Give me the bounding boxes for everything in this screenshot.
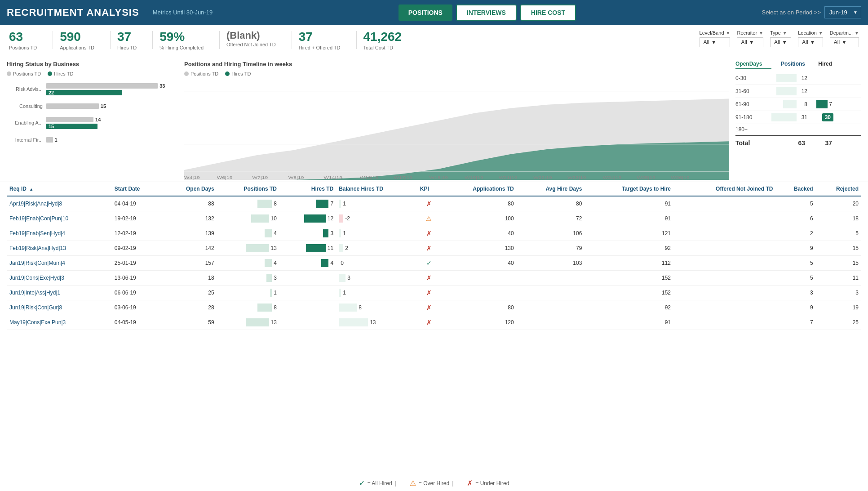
col-header-start-date[interactable]: Start Date (112, 182, 162, 196)
hires-bar (316, 200, 328, 208)
cell-balance: 1 (336, 285, 417, 300)
cell-hires-td: 3 (279, 226, 336, 241)
interviews-button[interactable]: INTERVIEWS (456, 4, 517, 21)
metrics-until: Metrics Until 30-Jun-19 (153, 9, 213, 16)
timeline-legend-positions-label: Positions TD (190, 71, 218, 76)
cell-positions-td: 4 (217, 226, 279, 241)
cell-req-id: Apr19|Risk|Ana|Hyd|8 (7, 196, 112, 211)
summary-row-31-60: 31-60 12 (735, 85, 861, 98)
col-header-apps-td[interactable]: Applications TD (441, 182, 517, 196)
filter-location: Location ▼ All ▼ (798, 30, 823, 47)
filter-dept-chevron: ▼ (855, 31, 859, 36)
xlabel-0: W4|19 (184, 175, 200, 179)
hire-cost-button[interactable]: HIRE COST (520, 4, 576, 21)
kpi-positions: 63 Positions TD (9, 30, 46, 50)
bar-cols-risk: 33 22 (46, 83, 177, 95)
balance-bar (339, 244, 343, 252)
cell-target-days: 112 (585, 255, 673, 270)
cell-open-days: 28 (162, 300, 217, 315)
cell-hires-td: 7 (279, 196, 336, 211)
cell-apps-td (441, 270, 517, 285)
col-header-backed[interactable]: Backed (775, 182, 815, 196)
cell-target-days: 91 (585, 196, 673, 211)
col-header-target-days[interactable]: Target Days to Hire (585, 182, 673, 196)
cell-target-days: 91 (585, 211, 673, 226)
cell-rejected: 15 (816, 255, 861, 270)
kpi-positions-value: 63 (9, 30, 37, 44)
timeline-legend-positions: Positions TD (184, 71, 218, 76)
col-header-rejected[interactable]: Rejected (816, 182, 861, 196)
filter-location-value[interactable]: All ▼ (798, 37, 823, 47)
legend-under-hired-label: = Under Hired (475, 480, 509, 487)
table-row: Jun19|Cons|Exe|Hyd|3 13-06-19 18 3 3 ✗ 1… (7, 270, 861, 285)
col-header-avg-hire[interactable]: Avg Hire Days (517, 182, 585, 196)
cell-offered-nj (673, 285, 775, 300)
cell-positions-td: 3 (217, 270, 279, 285)
summary-bar-31-60 (776, 87, 797, 95)
col-header-hires-td[interactable]: Hires TD (279, 182, 336, 196)
cell-target-days: 92 (585, 300, 673, 315)
legend-all-hired: ✓ = All Hired | (359, 479, 396, 487)
table-header-row: Req ID ▲ Start Date Open Days Positions … (7, 182, 861, 196)
app-title: RECRUITMENT ANALYSIS (7, 7, 139, 18)
hires-val: 3 (330, 230, 333, 237)
timeline-legend-hires: Hires TD (225, 71, 251, 76)
summary-row-0-30: 0-30 12 (735, 72, 861, 85)
footer-legend: ✓ = All Hired | ⚠ = Over Hired | ✗ = Und… (0, 475, 868, 491)
legend-hires-label: Hires TD (54, 71, 73, 76)
cell-target-days: 92 (585, 241, 673, 255)
cell-target-days: 121 (585, 226, 673, 241)
timeline-title: Positions and Hiring Timeline in weeks (184, 61, 729, 67)
bar-green-fill-risk: 22 (46, 90, 122, 95)
col-header-positions-td[interactable]: Positions TD (217, 182, 279, 196)
cell-rejected: 15 (816, 241, 861, 255)
select-period-label: Select as on Period >> (762, 9, 821, 16)
cell-kpi: ⚠ (417, 211, 441, 226)
table-row: May19|Cons|Exe|Pun|3 04-05-19 59 13 13 ✗… (7, 315, 861, 330)
kpi-hires: 37 Hires TD (117, 30, 146, 50)
hires-bar (306, 244, 326, 252)
col-header-balance[interactable]: Balance Hires TD (336, 182, 417, 196)
summary-hired-bar-61-90 (816, 100, 828, 108)
cell-rejected: 18 (816, 211, 861, 226)
summary-label-61-90: 61-90 (735, 101, 771, 107)
filter-dept-value[interactable]: All ▼ (830, 37, 859, 47)
positions-bar (251, 214, 269, 223)
data-section: Req ID ▲ Start Date Open Days Positions … (0, 182, 868, 475)
warn-icon: ⚠ (410, 479, 416, 487)
kpi-total-cost-value: 41,262 (363, 30, 402, 44)
col-header-kpi[interactable]: KPI (417, 182, 441, 196)
bar-gray-enabling: 14 (46, 117, 177, 122)
kpi-hiring-pct-value: 59% (159, 30, 204, 44)
summary-bar-61-90 (783, 100, 797, 108)
hiring-status-title: Hiring Status by Business (7, 61, 177, 67)
col-header-offered-nj[interactable]: Offered Not Joined TD (673, 182, 775, 196)
cell-balance: -2 (336, 211, 417, 226)
balance-val: 2 (345, 245, 348, 251)
col-header-open-days[interactable]: Open Days (162, 182, 217, 196)
table-scroll[interactable]: Req ID ▲ Start Date Open Days Positions … (7, 182, 861, 330)
cell-apps-td: 130 (441, 241, 517, 255)
positions-bar (246, 318, 269, 326)
bar-gray-fill-enabling (46, 117, 93, 122)
positions-val: 13 (271, 319, 277, 326)
filter-level-value[interactable]: All ▼ (700, 37, 731, 47)
filter-recruiter-value[interactable]: All ▼ (737, 37, 763, 47)
kpi-cross-icon: ✗ (426, 245, 432, 252)
cell-offered-nj (673, 300, 775, 315)
filter-type: Type ▼ All ▼ (770, 30, 791, 47)
period-select[interactable]: Jun-19 (824, 6, 861, 18)
col-header-req-id[interactable]: Req ID ▲ (7, 182, 112, 196)
xlabel-4: W14|19 (324, 175, 343, 179)
summary-table: OpenDays Positions Hired 0-30 12 31-60 1… (735, 61, 861, 177)
balance-val: 13 (370, 319, 376, 326)
filter-type-value[interactable]: All ▼ (770, 37, 791, 47)
summary-hired-val-91-180: 30 (822, 113, 833, 121)
positions-button[interactable]: POSITIONS (399, 4, 452, 21)
xlabel-13: W25|19 (637, 175, 655, 179)
cell-balance: 13 (336, 315, 417, 330)
cell-offered-nj (673, 270, 775, 285)
cell-open-days: 59 (162, 315, 217, 330)
cell-req-id: Jun19|Risk|Con|Gur|8 (7, 300, 112, 315)
bar-green-val-enabling: 15 (49, 124, 54, 129)
